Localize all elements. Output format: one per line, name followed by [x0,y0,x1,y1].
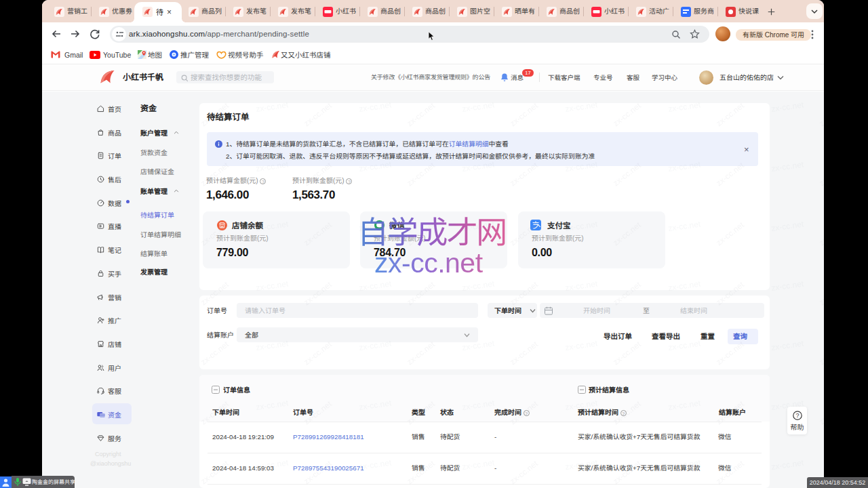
svg-text:?: ? [795,412,799,419]
